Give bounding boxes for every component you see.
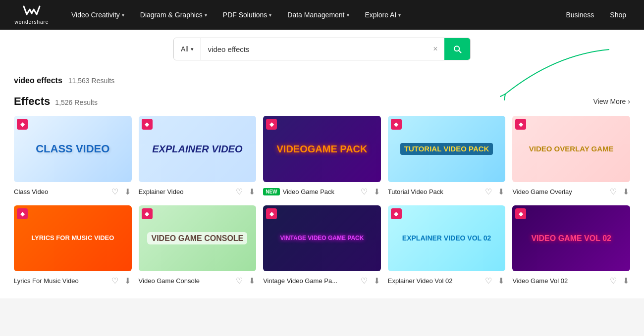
search-category-label: All [181, 45, 189, 53]
nav-item-video-creativity[interactable]: Video Creativity ▾ [65, 7, 130, 23]
effects-cards-row-1: CLASS VIDEO Class Video ♡ ⬇ [14, 116, 630, 197]
clear-search-button[interactable]: × [427, 38, 444, 60]
favorite-button[interactable]: ♡ [110, 186, 119, 197]
card-class-video[interactable]: CLASS VIDEO Class Video ♡ ⬇ [14, 116, 132, 197]
premium-badge [391, 208, 402, 219]
new-badge: NEW [263, 188, 279, 195]
main-content: video effects 11,563 Results Effects 1,5… [0, 68, 644, 298]
download-button[interactable]: ⬇ [497, 186, 505, 197]
search-input[interactable] [201, 38, 427, 60]
nav-item-pdf-solutions[interactable]: PDF Solutions ▾ [217, 7, 277, 23]
chevron-right-icon: › [628, 97, 630, 105]
card-vintage-video-game[interactable]: VINTAGE VIDEO GAME PACK Vintage Video Ga… [263, 205, 381, 287]
logo-text: wondershare [15, 19, 49, 25]
download-button[interactable]: ⬇ [622, 186, 630, 197]
chevron-down-icon: ▾ [398, 12, 401, 18]
download-button[interactable]: ⬇ [373, 186, 381, 197]
card-thumbnail: Explainer Video Vol 02 [388, 205, 506, 272]
total-result-count: 11,563 Results [68, 77, 114, 85]
card-thumbnail: Tutorial Video Pack [388, 116, 506, 182]
search-icon [452, 44, 462, 54]
favorite-button[interactable]: ♡ [484, 275, 493, 287]
card-thumbnail: VIDEOGAME PACK [263, 116, 381, 182]
premium-badge [515, 208, 526, 219]
section-title-group: Effects 1,526 Results [14, 95, 98, 108]
card-info: Tutorial Video Pack ♡ ⬇ [388, 186, 506, 197]
card-info: Vintage Video Game Pa... ♡ ⬇ [263, 275, 381, 287]
card-actions: ♡ ⬇ [110, 186, 132, 197]
card-video-game-vol-02[interactable]: VIDEO GAME Vol 02 Video Game Vol 02 ♡ ⬇ [512, 205, 630, 287]
download-button[interactable]: ⬇ [248, 275, 256, 287]
favorite-button[interactable]: ♡ [609, 186, 618, 197]
search-area: All ▾ × [0, 30, 644, 68]
thumb-text: VIDEO OVERLAY GAME [529, 145, 614, 153]
card-info: NEW Video Game Pack ♡ ⬇ [263, 186, 381, 197]
card-thumbnail: LYRICS FOR MUSIC VIDEO [14, 205, 132, 272]
premium-badge [266, 208, 277, 219]
premium-badge [17, 208, 28, 219]
search-category-dropdown[interactable]: All ▾ [174, 38, 201, 60]
thumb-text: VIDEOGAME PACK [277, 144, 368, 154]
card-name: Video Game Overlay [512, 188, 572, 195]
download-button[interactable]: ⬇ [123, 275, 132, 287]
thumb-text: Tutorial Video Pack [400, 143, 493, 155]
thumb-text: VIDEO GAME Vol 02 [531, 234, 611, 243]
section-title: Effects [14, 95, 50, 108]
navbar: wondershare Video Creativity ▾ Diagram &… [0, 0, 644, 30]
download-button[interactable]: ⬇ [123, 186, 132, 197]
nav-item-explore-ai[interactable]: Explore AI ▾ [359, 7, 407, 23]
favorite-button[interactable]: ♡ [235, 186, 244, 197]
nav-item-diagram-graphics[interactable]: Diagram & Graphics ▾ [134, 7, 213, 23]
thumb-text: Explainer Video Vol 02 [402, 235, 491, 242]
card-explainer-video-vol-02[interactable]: Explainer Video Vol 02 Explainer Video V… [388, 205, 506, 287]
favorite-button[interactable]: ♡ [609, 275, 618, 287]
card-info: Video Game Overlay ♡ ⬇ [512, 186, 630, 197]
download-button[interactable]: ⬇ [497, 275, 505, 287]
logo-icon [23, 5, 41, 19]
card-video-game-console[interactable]: VIDEO GAME CONSOLE Video Game Console ♡ … [139, 205, 257, 287]
nav-item-business[interactable]: Business [560, 7, 600, 23]
favorite-button[interactable]: ♡ [360, 186, 369, 197]
chevron-down-icon: ▾ [269, 12, 271, 18]
download-button[interactable]: ⬇ [248, 186, 256, 197]
chevron-down-icon: ▾ [122, 12, 124, 18]
card-thumbnail: VIDEO GAME Vol 02 [512, 205, 630, 272]
card-info: Video Game Console ♡ ⬇ [139, 275, 257, 287]
card-explainer-video[interactable]: EXPLAINER VIDEO Explainer Video ♡ ⬇ [139, 116, 257, 197]
download-button[interactable]: ⬇ [622, 275, 630, 287]
card-name: Class Video [14, 188, 48, 195]
nav-item-shop[interactable]: Shop [604, 7, 632, 23]
favorite-button[interactable]: ♡ [110, 275, 119, 287]
card-info: Lyrics For Music Video ♡ ⬇ [14, 275, 132, 287]
premium-badge [142, 119, 153, 130]
card-info: Class Video ♡ ⬇ [14, 186, 132, 197]
card-name: Video Game Vol 02 [512, 277, 568, 285]
card-name: Tutorial Video Pack [388, 188, 443, 195]
search-button[interactable] [444, 38, 470, 60]
chevron-down-icon: ▾ [205, 12, 207, 18]
card-tutorial-video-pack[interactable]: Tutorial Video Pack Tutorial Video Pack … [388, 116, 506, 197]
thumb-text: EXPLAINER VIDEO [152, 144, 242, 154]
card-video-game-pack[interactable]: VIDEOGAME PACK NEW Video Game Pack ♡ ⬇ [263, 116, 381, 197]
card-video-game-overlay[interactable]: VIDEO OVERLAY GAME Video Game Overlay ♡ … [512, 116, 630, 197]
card-name: Vintage Video Game Pa... [263, 277, 337, 285]
premium-badge [391, 119, 402, 130]
thumb-text: CLASS VIDEO [36, 143, 109, 155]
favorite-button[interactable]: ♡ [360, 275, 369, 287]
nav-item-data-management[interactable]: Data Management ▾ [281, 7, 355, 23]
premium-badge [266, 119, 277, 130]
chevron-down-icon: ▾ [347, 12, 349, 18]
card-lyrics-music-video[interactable]: LYRICS FOR MUSIC VIDEO Lyrics For Music … [14, 205, 132, 287]
logo[interactable]: wondershare [12, 5, 52, 25]
card-name: Video Game Pack [283, 188, 335, 195]
premium-badge [142, 208, 153, 219]
download-button[interactable]: ⬇ [373, 275, 381, 287]
view-more-button[interactable]: View More › [593, 97, 630, 105]
section-count: 1,526 Results [55, 98, 98, 106]
card-name: Lyrics For Music Video [14, 277, 79, 285]
favorite-button[interactable]: ♡ [235, 275, 244, 287]
card-thumbnail: CLASS VIDEO [14, 116, 132, 182]
search-query-label: video effects [14, 76, 62, 85]
card-info: Explainer Video Vol 02 ♡ ⬇ [388, 275, 506, 287]
favorite-button[interactable]: ♡ [484, 186, 493, 197]
